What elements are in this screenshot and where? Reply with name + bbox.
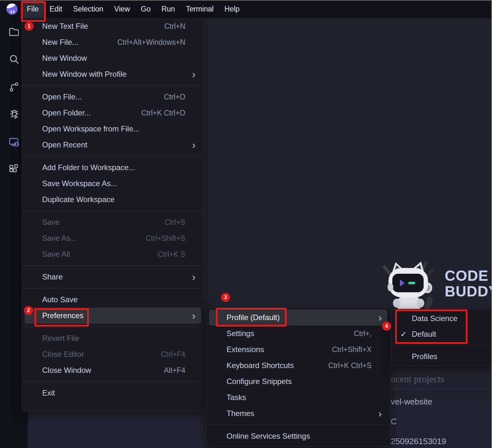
menu-item-extensions[interactable]: ExtensionsCtrl+Shift+X bbox=[209, 342, 388, 358]
menu-item-shortcut: Ctrl+K S bbox=[158, 250, 188, 259]
menu-item-new-window-with-profile[interactable]: New Window with Profile› bbox=[25, 66, 201, 82]
menu-item-online-services-settings[interactable]: Online Services Settings bbox=[209, 428, 388, 444]
menu-item-open-folder[interactable]: Open Folder...Ctrl+K Ctrl+O bbox=[25, 105, 201, 121]
check-icon: ✓ bbox=[400, 330, 412, 339]
menu-item-shortcut: Ctrl+Shift+X bbox=[332, 345, 375, 354]
menu-separator bbox=[392, 345, 492, 345]
recent-projects-header: ncent projects bbox=[391, 373, 492, 384]
menu-item-save: SaveCtrl+S bbox=[25, 214, 201, 230]
menu-item-label: Online Services Settings bbox=[227, 432, 310, 441]
menu-item-preferences[interactable]: Preferences› bbox=[25, 308, 201, 324]
menu-item-label: Themes bbox=[227, 409, 254, 418]
menu-item-label: Extensions bbox=[227, 345, 264, 354]
menu-item-shortcut: Alt+F4 bbox=[164, 366, 188, 375]
menu-item-shortcut: Ctrl+, bbox=[354, 329, 375, 338]
menu-item-open-file[interactable]: Open File...Ctrl+O bbox=[25, 89, 201, 105]
menu-item-settings[interactable]: SettingsCtrl+, bbox=[209, 326, 388, 342]
menu-item-label: Open Workspace from File... bbox=[42, 124, 140, 133]
menu-item-new-file[interactable]: New File...Ctrl+Alt+Windows+N bbox=[25, 34, 201, 50]
menu-item-close-window[interactable]: Close WindowAlt+F4 bbox=[25, 362, 201, 378]
menu-item-data-science[interactable]: Data Science bbox=[394, 310, 489, 326]
menu-item-label: Profiles bbox=[412, 352, 437, 361]
menu-item-shortcut: Ctrl+K Ctrl+S bbox=[328, 361, 375, 370]
menu-item-label: Auto Save bbox=[42, 295, 78, 304]
menu-separator bbox=[22, 85, 204, 86]
menu-separator bbox=[22, 265, 204, 266]
menu-item-tasks[interactable]: Tasks bbox=[209, 389, 388, 405]
menu-item-label: Preferences bbox=[42, 311, 83, 320]
menu-item-shortcut: Ctrl+O bbox=[164, 93, 188, 101]
recent-project-item[interactable]: C bbox=[391, 417, 492, 427]
codebuddy-mascot bbox=[381, 258, 438, 313]
menu-item-share[interactable]: Share› bbox=[25, 269, 201, 285]
menu-item-save-workspace-as[interactable]: Save Workspace As... bbox=[25, 176, 201, 192]
app-window: FileEditSelectionViewGoRunTerminalHelp bbox=[0, 0, 492, 448]
menu-item-label: Settings bbox=[227, 329, 254, 338]
menu-item-label: Add Folder to Workspace... bbox=[42, 163, 135, 172]
preferences-submenu: Profile (Default)›SettingsCtrl+,Extensio… bbox=[206, 308, 390, 446]
menu-item-label: Save Workspace As... bbox=[42, 179, 117, 188]
menu-item-label: New Window with Profile bbox=[42, 70, 127, 79]
menubar-go[interactable]: Go bbox=[135, 0, 156, 18]
menu-separator bbox=[22, 156, 204, 156]
menu-item-label: Profile (Default) bbox=[227, 313, 280, 322]
menubar-help[interactable]: Help bbox=[219, 0, 245, 18]
menu-item-themes[interactable]: Themes› bbox=[209, 405, 388, 421]
menu-item-save-as: Save As...Ctrl+Shift+S bbox=[25, 230, 201, 246]
menu-item-label: New Window bbox=[42, 54, 87, 63]
menu-bar: FileEditSelectionViewGoRunTerminalHelp bbox=[21, 0, 245, 18]
recent-project-item[interactable]: vel-website bbox=[391, 397, 492, 407]
menu-item-close-editor: Close EditorCtrl+F4 bbox=[25, 346, 201, 362]
menu-item-shortcut: Ctrl+Alt+Windows+N bbox=[117, 38, 188, 47]
recent-projects-divider bbox=[391, 389, 492, 389]
menubar-view[interactable]: View bbox=[109, 0, 135, 18]
menu-item-label: Open Recent bbox=[42, 140, 87, 149]
app-logo-icon[interactable] bbox=[6, 4, 18, 15]
menu-item-profiles[interactable]: Profiles bbox=[394, 349, 489, 364]
menubar-file[interactable]: File bbox=[21, 0, 44, 18]
menu-item-label: Configure Snippets bbox=[227, 377, 292, 386]
menu-item-default[interactable]: ✓Default bbox=[394, 326, 489, 342]
menu-item-label: Save As... bbox=[42, 234, 77, 243]
menu-item-label: Revert File bbox=[42, 334, 79, 343]
recent-project-item[interactable]: 250926153019 bbox=[391, 436, 492, 446]
menu-item-label: Keyboard Shortcuts bbox=[227, 361, 294, 370]
menubar-selection[interactable]: Selection bbox=[68, 0, 109, 18]
menu-item-label: Open Folder... bbox=[42, 108, 91, 117]
menu-separator bbox=[22, 381, 204, 382]
menu-item-open-recent[interactable]: Open Recent› bbox=[25, 137, 201, 153]
menu-item-open-workspace-from-file[interactable]: Open Workspace from File... bbox=[25, 121, 201, 137]
menubar-edit[interactable]: Edit bbox=[44, 0, 68, 18]
annotation-badge-3: 3 bbox=[221, 293, 230, 302]
menu-item-auto-save[interactable]: Auto Save bbox=[25, 292, 201, 308]
menu-item-label: Save All bbox=[42, 250, 70, 259]
profile-submenu: Data Science✓DefaultProfiles bbox=[391, 309, 492, 366]
menubar-terminal[interactable]: Terminal bbox=[181, 0, 219, 18]
recent-projects-panel: ncent projects vel-website C 25092615301… bbox=[391, 371, 492, 448]
menubar-run[interactable]: Run bbox=[156, 0, 180, 18]
menu-item-add-folder-to-workspace[interactable]: Add Folder to Workspace... bbox=[25, 160, 201, 176]
menu-item-exit[interactable]: Exit bbox=[25, 385, 201, 401]
menu-separator bbox=[22, 288, 204, 288]
menu-item-label: Duplicate Workspace bbox=[42, 195, 114, 204]
menu-item-shortcut: Ctrl+K Ctrl+O bbox=[141, 109, 188, 117]
annotation-badge-4: 4 bbox=[382, 322, 391, 331]
menu-item-profile-default[interactable]: Profile (Default)› bbox=[209, 310, 388, 326]
menu-item-revert-file: Revert File bbox=[25, 330, 201, 346]
menu-item-configure-snippets[interactable]: Configure Snippets bbox=[209, 373, 388, 389]
annotation-badge-1: 1 bbox=[25, 22, 34, 31]
menu-item-label: Save bbox=[42, 218, 60, 227]
menu-separator bbox=[22, 327, 204, 327]
menu-item-label: Default bbox=[412, 330, 436, 339]
menu-item-new-text-file[interactable]: New Text FileCtrl+N bbox=[25, 18, 201, 34]
menu-item-keyboard-shortcuts[interactable]: Keyboard ShortcutsCtrl+K Ctrl+S bbox=[209, 358, 388, 373]
title-bar: FileEditSelectionViewGoRunTerminalHelp bbox=[0, 0, 492, 18]
window-frame-top bbox=[0, 0, 492, 1]
menu-item-shortcut: Ctrl+S bbox=[165, 218, 188, 227]
menu-item-duplicate-workspace[interactable]: Duplicate Workspace bbox=[25, 192, 201, 208]
menu-item-label: Exit bbox=[42, 389, 55, 397]
menu-item-new-window[interactable]: New Window bbox=[25, 50, 201, 66]
menu-item-label: Open File... bbox=[42, 92, 82, 101]
file-menu: New Text FileCtrl+NNew File...Ctrl+Alt+W… bbox=[22, 18, 204, 412]
menu-item-label: Data Science bbox=[412, 314, 457, 323]
